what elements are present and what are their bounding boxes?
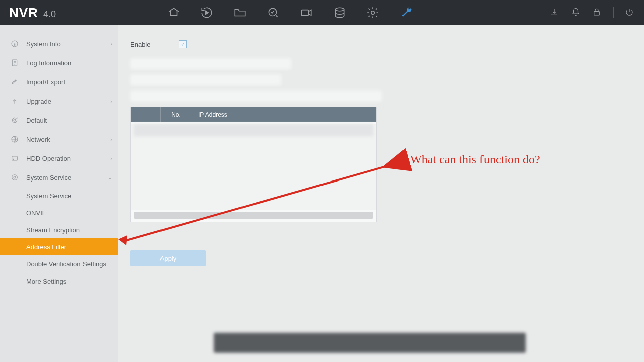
upgrade-icon	[9, 97, 20, 105]
table-header: No. IP Address	[131, 107, 376, 122]
enable-row: Enable ✓	[130, 40, 632, 48]
enable-label: Enable	[130, 41, 179, 48]
gear-reset-icon	[9, 116, 20, 124]
subitem-double-verification[interactable]: Double Verification Settings	[0, 255, 118, 273]
ip-table: No. IP Address	[130, 107, 377, 222]
redacted-field	[130, 58, 291, 69]
subitem-more-settings[interactable]: More Settings	[0, 273, 118, 290]
bell-icon[interactable]	[571, 8, 581, 18]
chevron-right-icon: ›	[110, 155, 112, 161]
sidebar-item-log-information[interactable]: Log Information	[0, 53, 118, 72]
chevron-right-icon: ›	[110, 136, 112, 142]
sidebar-item-label: Network	[26, 136, 50, 143]
sidebar-item-system-info[interactable]: System Info ›	[0, 34, 118, 53]
subitem-system-service[interactable]: System Service	[0, 187, 118, 204]
apply-button[interactable]: Apply	[130, 250, 206, 266]
subitem-address-filter[interactable]: Address Filter	[0, 238, 118, 255]
redacted-field	[130, 74, 281, 85]
apply-button-label: Apply	[160, 255, 177, 262]
subitem-label: Stream Encryption	[26, 226, 80, 234]
sidebar-item-label: System Info	[26, 40, 61, 48]
playback-icon[interactable]	[200, 6, 214, 20]
info-icon	[9, 40, 20, 48]
sidebar-item-default[interactable]: Default	[0, 111, 118, 130]
subitem-stream-encryption[interactable]: Stream Encryption	[0, 221, 118, 238]
subitem-label: System Service	[26, 192, 71, 200]
sidebar-item-label: Default	[26, 117, 47, 124]
svg-marker-14	[118, 235, 127, 245]
svg-rect-9	[12, 156, 18, 160]
brand-text: NVR	[9, 5, 38, 21]
logo: NVR 4.0	[9, 5, 56, 21]
lock-icon[interactable]	[592, 8, 602, 18]
settings-icon[interactable]	[366, 6, 380, 20]
tag-icon[interactable]	[167, 6, 181, 20]
subitem-label: Double Verification Settings	[26, 260, 106, 268]
table-body	[131, 124, 376, 210]
top-right-icons	[550, 7, 635, 18]
chevron-right-icon: ›	[110, 98, 112, 104]
svg-rect-4	[594, 12, 600, 16]
globe-icon	[9, 135, 20, 143]
sidebar-item-label: Import/Export	[26, 78, 65, 86]
table-scrollbar[interactable]	[134, 212, 373, 219]
svg-point-10	[13, 159, 14, 159]
sidebar-item-upgrade[interactable]: Upgrade ›	[0, 92, 118, 111]
download-icon[interactable]	[550, 8, 560, 18]
sidebar-item-label: HDD Operation	[26, 155, 71, 162]
subitem-label: Address Filter	[26, 243, 66, 251]
annotation-text: What can this function do?	[410, 153, 540, 166]
enable-checkbox[interactable]: ✓	[179, 40, 187, 48]
version-text: 4.0	[43, 9, 56, 20]
service-icon	[9, 173, 20, 182]
redacted-field	[130, 90, 382, 102]
wrench-icon	[9, 78, 20, 86]
sidebar-item-label: System Service	[26, 174, 71, 182]
sidebar-item-network[interactable]: Network ›	[0, 130, 118, 149]
search-activity-icon[interactable]	[266, 6, 280, 20]
storage-icon[interactable]	[333, 6, 347, 20]
maintenance-wrench-icon[interactable]	[399, 6, 413, 20]
table-col-no: No.	[161, 107, 191, 122]
svg-rect-1	[301, 10, 308, 16]
svg-point-2	[335, 8, 344, 11]
subitem-label: ONVIF	[26, 209, 46, 217]
svg-point-7	[14, 119, 16, 121]
svg-point-3	[371, 11, 375, 15]
sidebar-item-label: Upgrade	[26, 98, 51, 105]
subitem-label: More Settings	[26, 278, 66, 285]
camera-icon[interactable]	[299, 6, 313, 20]
sidebar: System Info › Log Information Import/Exp…	[0, 25, 118, 362]
svg-point-11	[14, 176, 16, 178]
top-bar: NVR 4.0	[0, 0, 644, 25]
svg-point-12	[12, 175, 18, 180]
sidebar-item-hdd-operation[interactable]: HDD Operation ›	[0, 149, 118, 168]
folder-icon[interactable]	[233, 6, 247, 20]
top-nav-icons	[167, 6, 413, 20]
redacted-row	[134, 124, 373, 136]
power-icon[interactable]	[625, 8, 635, 18]
log-icon	[9, 59, 20, 67]
redacted-caption	[214, 333, 526, 353]
chevron-right-icon: ›	[110, 41, 112, 47]
sidebar-item-import-export[interactable]: Import/Export	[0, 72, 118, 92]
table-col-blank	[131, 107, 161, 122]
content-area: Enable ✓ No. IP Address Apply What can t…	[118, 25, 644, 362]
sidebar-item-system-service[interactable]: System Service ⌄	[0, 168, 118, 187]
chevron-down-icon: ⌄	[108, 174, 112, 181]
subitem-onvif[interactable]: ONVIF	[0, 204, 118, 221]
divider	[613, 7, 614, 18]
hdd-icon	[9, 154, 20, 162]
sidebar-item-label: Log Information	[26, 59, 71, 67]
table-col-ip: IP Address	[191, 111, 227, 118]
